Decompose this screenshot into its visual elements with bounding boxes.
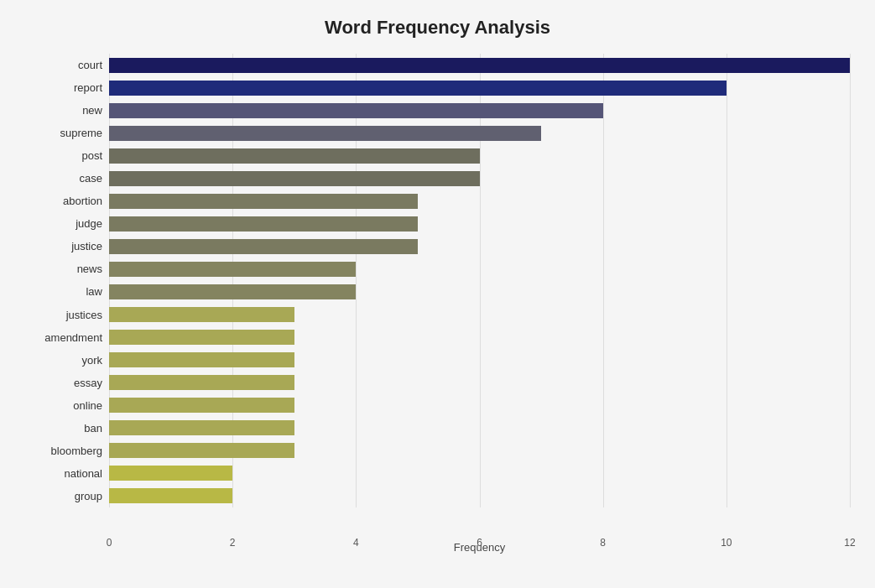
grid-line bbox=[727, 54, 727, 507]
bar-row bbox=[109, 373, 850, 392]
bar-row bbox=[109, 192, 850, 211]
chart-container: Word Frequency Analysis courtreportnewsu… bbox=[0, 0, 875, 588]
x-tick: 2 bbox=[230, 537, 236, 549]
bar-row bbox=[109, 464, 850, 482]
bar-row bbox=[109, 419, 850, 437]
y-axis-label: post bbox=[81, 147, 102, 165]
y-axis-label: amendment bbox=[44, 328, 102, 346]
bar-row bbox=[109, 260, 850, 278]
bar bbox=[109, 375, 294, 390]
y-axis-label: justice bbox=[71, 237, 102, 256]
bar-row bbox=[109, 283, 850, 301]
bar bbox=[109, 81, 727, 96]
bar-row bbox=[109, 124, 850, 143]
x-tick: 10 bbox=[721, 537, 732, 549]
bar bbox=[109, 239, 418, 254]
grid-line bbox=[109, 54, 110, 507]
y-axis-label: justices bbox=[66, 305, 102, 324]
bar bbox=[109, 307, 294, 322]
bar-row bbox=[109, 56, 850, 75]
bar-row bbox=[109, 305, 850, 324]
bar-row bbox=[109, 441, 850, 460]
bar bbox=[109, 216, 418, 232]
y-axis-label: report bbox=[74, 79, 102, 97]
y-axis-label: judge bbox=[76, 215, 102, 233]
y-axis-label: online bbox=[73, 396, 102, 414]
grid-line bbox=[232, 54, 233, 507]
bar bbox=[109, 443, 294, 458]
grid-line bbox=[850, 54, 851, 507]
bar-row bbox=[109, 237, 850, 256]
bar bbox=[109, 352, 294, 367]
chart-area: courtreportnewsupremepostcaseabortionjud… bbox=[25, 54, 850, 507]
bar bbox=[109, 488, 232, 503]
bar-row bbox=[109, 396, 850, 414]
bar-row bbox=[109, 487, 850, 505]
y-axis-label: supreme bbox=[60, 124, 102, 143]
y-axis-label: york bbox=[81, 351, 102, 369]
bar bbox=[109, 126, 541, 141]
bar-row bbox=[109, 351, 850, 369]
bars-and-grid: 024681012 Frequency bbox=[109, 54, 850, 507]
y-axis-label: news bbox=[77, 260, 102, 278]
y-axis-label: case bbox=[80, 169, 102, 188]
y-axis-label: ban bbox=[84, 419, 102, 437]
bar-row bbox=[109, 215, 850, 233]
y-axis-label: essay bbox=[74, 373, 102, 392]
bar-row bbox=[109, 147, 850, 165]
bar-row bbox=[109, 169, 850, 188]
bar-row bbox=[109, 79, 850, 97]
y-axis-label: bloomberg bbox=[51, 441, 102, 460]
bar bbox=[109, 330, 294, 345]
bar bbox=[109, 466, 232, 481]
bar bbox=[109, 194, 418, 209]
bar bbox=[109, 284, 356, 299]
y-axis-label: new bbox=[82, 101, 102, 120]
x-tick: 4 bbox=[353, 537, 359, 549]
bar-row bbox=[109, 328, 850, 346]
y-axis-label: law bbox=[86, 283, 102, 301]
x-tick: 12 bbox=[844, 537, 855, 549]
grid-lines bbox=[109, 54, 850, 507]
bar bbox=[109, 58, 850, 73]
y-axis-label: group bbox=[75, 487, 102, 505]
x-tick: 8 bbox=[600, 537, 606, 549]
bar bbox=[109, 148, 480, 164]
x-axis-label: Frequency bbox=[454, 541, 505, 554]
y-axis-label: abortion bbox=[63, 192, 102, 211]
bar bbox=[109, 103, 603, 118]
bar-row bbox=[109, 101, 850, 120]
chart-title: Word Frequency Analysis bbox=[25, 17, 850, 39]
grid-line bbox=[480, 54, 481, 507]
y-axis: courtreportnewsupremepostcaseabortionjud… bbox=[25, 54, 109, 507]
y-axis-label: national bbox=[64, 464, 102, 482]
bar bbox=[109, 398, 294, 413]
grid-line bbox=[603, 54, 604, 507]
grid-line bbox=[356, 54, 357, 507]
bar bbox=[109, 262, 356, 277]
bar bbox=[109, 420, 294, 435]
x-tick: 0 bbox=[107, 537, 112, 549]
bar bbox=[109, 171, 480, 186]
y-axis-label: court bbox=[78, 56, 102, 75]
